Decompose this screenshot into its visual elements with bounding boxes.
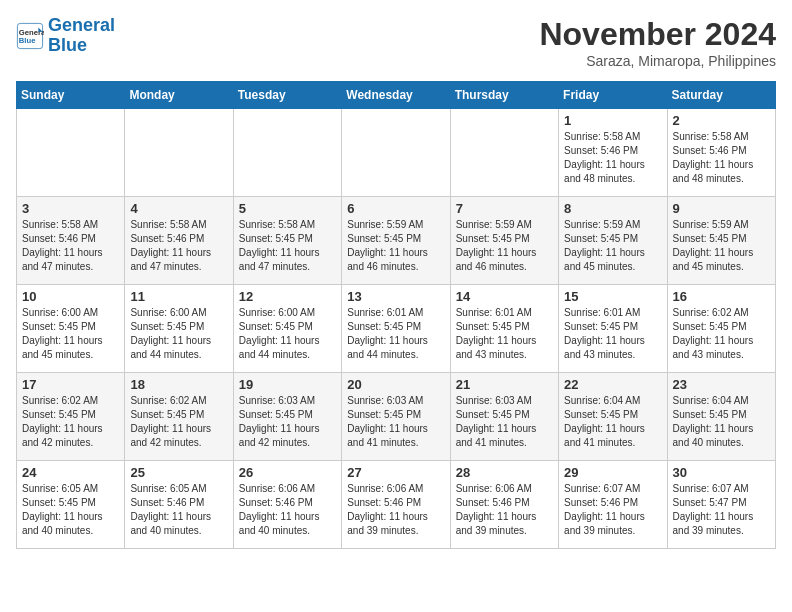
day-number: 4 <box>130 201 227 216</box>
day-number: 7 <box>456 201 553 216</box>
day-number: 12 <box>239 289 336 304</box>
calendar-cell: 28Sunrise: 6:06 AM Sunset: 5:46 PM Dayli… <box>450 461 558 549</box>
day-info: Sunrise: 6:02 AM Sunset: 5:45 PM Dayligh… <box>22 394 119 450</box>
page-header: General Blue General Blue November 2024 … <box>16 16 776 69</box>
day-info: Sunrise: 6:00 AM Sunset: 5:45 PM Dayligh… <box>239 306 336 362</box>
day-info: Sunrise: 5:58 AM Sunset: 5:46 PM Dayligh… <box>22 218 119 274</box>
title-block: November 2024 Saraza, Mimaropa, Philippi… <box>539 16 776 69</box>
calendar-cell <box>342 109 450 197</box>
day-number: 15 <box>564 289 661 304</box>
day-number: 11 <box>130 289 227 304</box>
calendar-cell: 24Sunrise: 6:05 AM Sunset: 5:45 PM Dayli… <box>17 461 125 549</box>
day-info: Sunrise: 6:02 AM Sunset: 5:45 PM Dayligh… <box>673 306 770 362</box>
weekday-header: Sunday <box>17 82 125 109</box>
day-info: Sunrise: 5:58 AM Sunset: 5:46 PM Dayligh… <box>564 130 661 186</box>
day-info: Sunrise: 5:59 AM Sunset: 5:45 PM Dayligh… <box>564 218 661 274</box>
calendar-cell: 16Sunrise: 6:02 AM Sunset: 5:45 PM Dayli… <box>667 285 775 373</box>
logo-text: General Blue <box>48 16 115 56</box>
logo: General Blue General Blue <box>16 16 115 56</box>
day-number: 30 <box>673 465 770 480</box>
day-info: Sunrise: 6:06 AM Sunset: 5:46 PM Dayligh… <box>456 482 553 538</box>
day-number: 21 <box>456 377 553 392</box>
calendar-cell: 17Sunrise: 6:02 AM Sunset: 5:45 PM Dayli… <box>17 373 125 461</box>
calendar-cell: 27Sunrise: 6:06 AM Sunset: 5:46 PM Dayli… <box>342 461 450 549</box>
calendar-week-row: 17Sunrise: 6:02 AM Sunset: 5:45 PM Dayli… <box>17 373 776 461</box>
weekday-header: Saturday <box>667 82 775 109</box>
calendar-cell: 15Sunrise: 6:01 AM Sunset: 5:45 PM Dayli… <box>559 285 667 373</box>
day-info: Sunrise: 6:03 AM Sunset: 5:45 PM Dayligh… <box>347 394 444 450</box>
day-number: 3 <box>22 201 119 216</box>
day-info: Sunrise: 5:58 AM Sunset: 5:46 PM Dayligh… <box>130 218 227 274</box>
day-number: 10 <box>22 289 119 304</box>
weekday-header: Monday <box>125 82 233 109</box>
weekday-header: Friday <box>559 82 667 109</box>
calendar-week-row: 24Sunrise: 6:05 AM Sunset: 5:45 PM Dayli… <box>17 461 776 549</box>
calendar-cell: 26Sunrise: 6:06 AM Sunset: 5:46 PM Dayli… <box>233 461 341 549</box>
calendar-cell: 11Sunrise: 6:00 AM Sunset: 5:45 PM Dayli… <box>125 285 233 373</box>
calendar-week-row: 10Sunrise: 6:00 AM Sunset: 5:45 PM Dayli… <box>17 285 776 373</box>
day-info: Sunrise: 5:58 AM Sunset: 5:46 PM Dayligh… <box>673 130 770 186</box>
calendar-cell: 6Sunrise: 5:59 AM Sunset: 5:45 PM Daylig… <box>342 197 450 285</box>
calendar-cell: 4Sunrise: 5:58 AM Sunset: 5:46 PM Daylig… <box>125 197 233 285</box>
calendar-cell <box>125 109 233 197</box>
location: Saraza, Mimaropa, Philippines <box>539 53 776 69</box>
day-number: 6 <box>347 201 444 216</box>
calendar-cell: 10Sunrise: 6:00 AM Sunset: 5:45 PM Dayli… <box>17 285 125 373</box>
calendar-cell: 20Sunrise: 6:03 AM Sunset: 5:45 PM Dayli… <box>342 373 450 461</box>
calendar-cell <box>17 109 125 197</box>
day-number: 18 <box>130 377 227 392</box>
day-info: Sunrise: 6:04 AM Sunset: 5:45 PM Dayligh… <box>564 394 661 450</box>
calendar-cell: 5Sunrise: 5:58 AM Sunset: 5:45 PM Daylig… <box>233 197 341 285</box>
day-info: Sunrise: 6:02 AM Sunset: 5:45 PM Dayligh… <box>130 394 227 450</box>
day-number: 22 <box>564 377 661 392</box>
weekday-header: Thursday <box>450 82 558 109</box>
calendar-cell: 18Sunrise: 6:02 AM Sunset: 5:45 PM Dayli… <box>125 373 233 461</box>
day-info: Sunrise: 6:03 AM Sunset: 5:45 PM Dayligh… <box>239 394 336 450</box>
day-info: Sunrise: 6:06 AM Sunset: 5:46 PM Dayligh… <box>347 482 444 538</box>
day-info: Sunrise: 6:04 AM Sunset: 5:45 PM Dayligh… <box>673 394 770 450</box>
calendar-cell: 2Sunrise: 5:58 AM Sunset: 5:46 PM Daylig… <box>667 109 775 197</box>
calendar-cell: 9Sunrise: 5:59 AM Sunset: 5:45 PM Daylig… <box>667 197 775 285</box>
day-info: Sunrise: 5:59 AM Sunset: 5:45 PM Dayligh… <box>347 218 444 274</box>
day-info: Sunrise: 6:01 AM Sunset: 5:45 PM Dayligh… <box>456 306 553 362</box>
day-number: 13 <box>347 289 444 304</box>
day-info: Sunrise: 6:05 AM Sunset: 5:45 PM Dayligh… <box>22 482 119 538</box>
day-number: 2 <box>673 113 770 128</box>
day-number: 24 <box>22 465 119 480</box>
day-number: 28 <box>456 465 553 480</box>
day-number: 1 <box>564 113 661 128</box>
calendar-cell: 12Sunrise: 6:00 AM Sunset: 5:45 PM Dayli… <box>233 285 341 373</box>
day-number: 26 <box>239 465 336 480</box>
day-number: 5 <box>239 201 336 216</box>
calendar-week-row: 3Sunrise: 5:58 AM Sunset: 5:46 PM Daylig… <box>17 197 776 285</box>
logo-icon: General Blue <box>16 22 44 50</box>
day-number: 20 <box>347 377 444 392</box>
calendar-cell: 21Sunrise: 6:03 AM Sunset: 5:45 PM Dayli… <box>450 373 558 461</box>
day-number: 16 <box>673 289 770 304</box>
day-info: Sunrise: 6:07 AM Sunset: 5:47 PM Dayligh… <box>673 482 770 538</box>
calendar-cell: 29Sunrise: 6:07 AM Sunset: 5:46 PM Dayli… <box>559 461 667 549</box>
day-info: Sunrise: 5:58 AM Sunset: 5:45 PM Dayligh… <box>239 218 336 274</box>
calendar-cell: 7Sunrise: 5:59 AM Sunset: 5:45 PM Daylig… <box>450 197 558 285</box>
day-number: 29 <box>564 465 661 480</box>
day-number: 14 <box>456 289 553 304</box>
day-info: Sunrise: 6:00 AM Sunset: 5:45 PM Dayligh… <box>22 306 119 362</box>
svg-text:General: General <box>19 27 44 36</box>
calendar-cell: 8Sunrise: 5:59 AM Sunset: 5:45 PM Daylig… <box>559 197 667 285</box>
calendar-cell: 22Sunrise: 6:04 AM Sunset: 5:45 PM Dayli… <box>559 373 667 461</box>
day-info: Sunrise: 6:01 AM Sunset: 5:45 PM Dayligh… <box>564 306 661 362</box>
day-number: 9 <box>673 201 770 216</box>
day-info: Sunrise: 6:01 AM Sunset: 5:45 PM Dayligh… <box>347 306 444 362</box>
day-number: 27 <box>347 465 444 480</box>
day-number: 23 <box>673 377 770 392</box>
weekday-header: Wednesday <box>342 82 450 109</box>
svg-text:Blue: Blue <box>19 36 36 45</box>
calendar-cell <box>233 109 341 197</box>
calendar-cell: 30Sunrise: 6:07 AM Sunset: 5:47 PM Dayli… <box>667 461 775 549</box>
calendar-cell: 1Sunrise: 5:58 AM Sunset: 5:46 PM Daylig… <box>559 109 667 197</box>
day-info: Sunrise: 6:07 AM Sunset: 5:46 PM Dayligh… <box>564 482 661 538</box>
calendar-table: SundayMondayTuesdayWednesdayThursdayFrid… <box>16 81 776 549</box>
weekday-header: Tuesday <box>233 82 341 109</box>
calendar-cell: 23Sunrise: 6:04 AM Sunset: 5:45 PM Dayli… <box>667 373 775 461</box>
day-number: 19 <box>239 377 336 392</box>
